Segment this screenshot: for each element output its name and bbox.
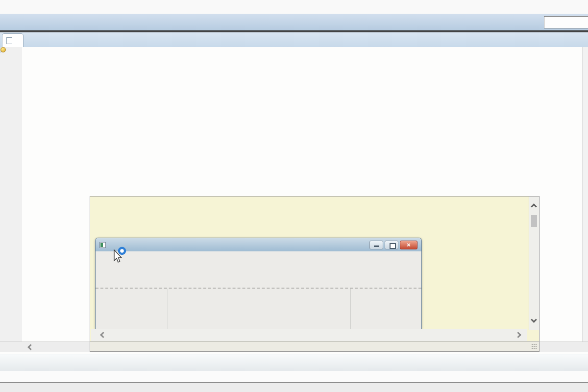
javadoc-hover-popup: ×: [90, 196, 539, 352]
scroll-down-icon[interactable]: [531, 317, 537, 323]
editor-tab-bar: [0, 32, 588, 47]
popup-vscrollbar[interactable]: [529, 196, 539, 330]
region-divider-left: [168, 289, 168, 329]
console-tab-bar: [0, 354, 588, 371]
busy-cursor: [112, 246, 128, 266]
tab-main-java[interactable]: [2, 33, 24, 47]
console-panel: [0, 354, 588, 392]
maximize-icon: [385, 241, 398, 249]
java-file-icon: [6, 37, 12, 44]
sample-window-icon: [99, 242, 106, 248]
region-divider-horizontal: [96, 288, 421, 289]
scroll-left-icon[interactable]: [27, 344, 34, 350]
sample-window-content: [96, 251, 421, 329]
main-toolbar: [0, 14, 588, 30]
close-window-icon: ×: [400, 241, 417, 249]
vscroll-thumb[interactable]: [531, 215, 537, 227]
layout-sample-window: ×: [95, 238, 422, 329]
quickfix-bulb-icon[interactable]: [0, 47, 6, 52]
eclipse-window: ×: [0, 0, 588, 392]
region-divider-right: [350, 289, 351, 329]
quick-access-box[interactable]: [544, 16, 588, 28]
minimize-icon: [369, 241, 383, 249]
popup-hscrollbar[interactable]: [91, 329, 527, 342]
scroll-up-icon[interactable]: [531, 203, 537, 210]
overview-ruler[interactable]: [582, 47, 588, 342]
console-output-area[interactable]: [0, 383, 588, 392]
resize-grip[interactable]: [531, 343, 538, 350]
scroll-left-icon[interactable]: [100, 332, 106, 338]
sample-window-titlebar: ×: [96, 238, 421, 251]
popup-toolbar: [90, 341, 539, 351]
console-status-line: [0, 371, 588, 383]
scroll-right-icon[interactable]: [515, 332, 521, 338]
menu-bar: [0, 0, 588, 14]
